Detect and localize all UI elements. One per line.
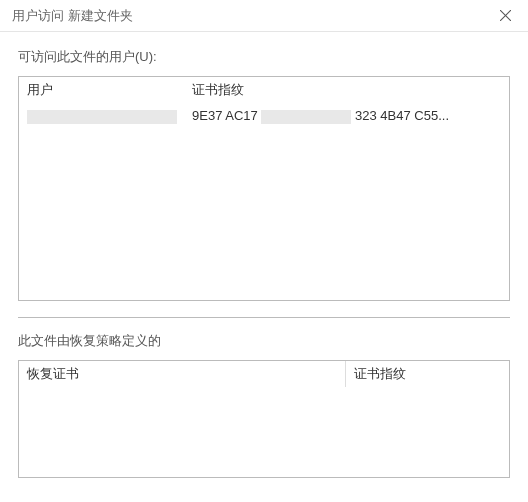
table-row[interactable]: . 9E37 AC17 . 323 4B47 C55...	[19, 103, 509, 129]
section-divider	[18, 317, 510, 318]
column-header-fingerprint[interactable]: 证书指纹	[184, 81, 509, 99]
recovery-listbox[interactable]: 恢复证书 证书指纹	[18, 360, 510, 478]
redacted-text: .	[261, 110, 351, 124]
column-header-recovery-fingerprint[interactable]: 证书指纹	[345, 361, 509, 387]
cell-user: .	[19, 108, 184, 124]
users-section-label: 可访问此文件的用户(U):	[18, 48, 510, 66]
users-list-body: . 9E37 AC17 . 323 4B47 C55...	[19, 103, 509, 129]
recovery-list-header: 恢复证书 证书指纹	[19, 361, 509, 387]
fingerprint-part-2: 323 4B47 C55...	[355, 108, 449, 123]
dialog-content: 可访问此文件的用户(U): 用户 证书指纹 . 9E37 AC17 . 323 …	[0, 32, 528, 478]
recovery-section-label: 此文件由恢复策略定义的	[18, 332, 510, 350]
column-header-user[interactable]: 用户	[19, 81, 184, 99]
fingerprint-part-1: 9E37 AC17	[192, 108, 258, 123]
users-listbox[interactable]: 用户 证书指纹 . 9E37 AC17 . 323 4B47 C55...	[18, 76, 510, 301]
titlebar: 用户访问 新建文件夹	[0, 0, 528, 32]
redacted-text: .	[27, 110, 177, 124]
close-button[interactable]	[492, 3, 518, 29]
window-title: 用户访问 新建文件夹	[12, 7, 133, 25]
users-list-header: 用户 证书指纹	[19, 77, 509, 103]
cell-fingerprint: 9E37 AC17 . 323 4B47 C55...	[184, 108, 509, 124]
column-header-recovery-cert[interactable]: 恢复证书	[19, 365, 345, 383]
close-icon	[500, 10, 511, 21]
